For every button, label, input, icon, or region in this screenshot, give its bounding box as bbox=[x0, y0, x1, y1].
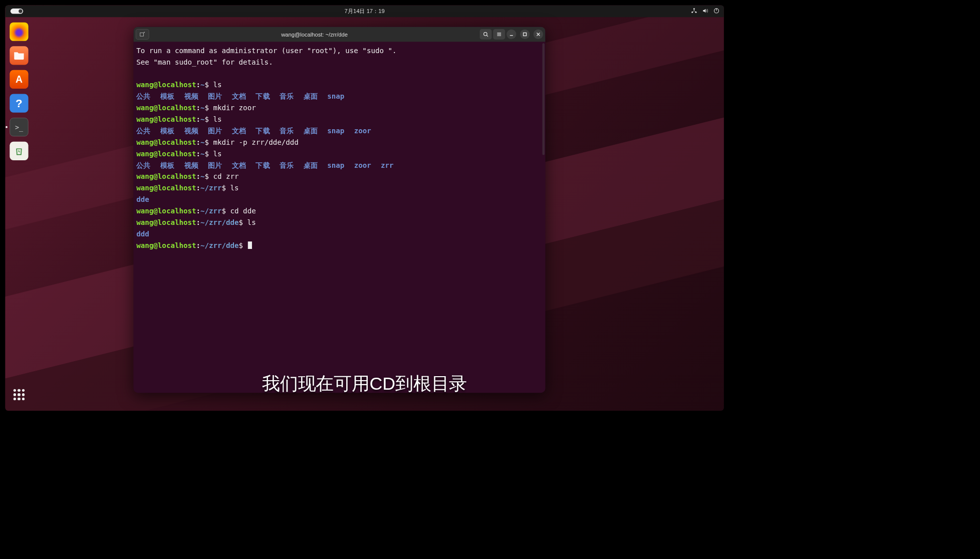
prompt-line: wang@localhost:~/zrr/dde$ ls bbox=[136, 217, 542, 228]
ls-output: 公共模板视频图片文档下载音乐桌面snapzoorzrr bbox=[136, 159, 542, 171]
prompt-line: wang@localhost:~$ cd zrr bbox=[136, 171, 542, 182]
power-icon[interactable] bbox=[713, 8, 719, 15]
dock-app-terminal[interactable]: >_ bbox=[10, 118, 28, 136]
terminal-titlebar[interactable]: wang@localhost: ~/zrr/dde bbox=[133, 27, 545, 42]
desktop-frame: 7月14日 17：19 A ? >_ bbox=[5, 5, 723, 410]
prompt-line: wang@localhost:~/zrr/dde$ bbox=[136, 239, 542, 251]
status-icons[interactable] bbox=[691, 5, 719, 17]
dock-app-help[interactable]: ? bbox=[10, 94, 28, 112]
maximize-button[interactable] bbox=[520, 30, 530, 39]
ls-output: dde bbox=[136, 194, 542, 205]
dock-app-software[interactable]: A bbox=[10, 70, 28, 89]
prompt-line: wang@localhost:~$ ls bbox=[136, 114, 542, 125]
prompt-line: wang@localhost:~$ mkdir -p zrr/dde/ddd bbox=[136, 136, 542, 148]
terminal-title: wang@localhost: ~/zrr/dde bbox=[149, 31, 480, 38]
prompt-line: wang@localhost:~$ ls bbox=[136, 79, 542, 91]
menu-button[interactable] bbox=[493, 29, 505, 40]
video-subtitle: 我们现在可用CD到根目录 bbox=[5, 372, 723, 396]
prompt-line: wang@localhost:~/zrr$ cd dde bbox=[136, 205, 542, 217]
new-tab-button[interactable] bbox=[136, 29, 149, 40]
dock-app-trash[interactable] bbox=[10, 142, 28, 160]
dock-app-firefox[interactable] bbox=[10, 23, 28, 41]
dock-app-files[interactable] bbox=[10, 46, 28, 65]
svg-point-0 bbox=[693, 8, 695, 10]
prompt-line: wang@localhost:~$ mkdir zoor bbox=[136, 102, 542, 114]
ls-output: 公共模板视频图片文档下载音乐桌面snapzoor bbox=[136, 125, 542, 137]
motd-line: To run a command as administrator (user … bbox=[136, 45, 542, 56]
svg-rect-4 bbox=[140, 33, 144, 36]
terminal-body[interactable]: To run a command as administrator (user … bbox=[133, 42, 545, 254]
ls-output: ddd bbox=[136, 228, 542, 240]
dock: A ? >_ bbox=[5, 17, 33, 411]
cursor bbox=[248, 241, 252, 249]
close-button[interactable] bbox=[534, 30, 543, 39]
prompt-line: wang@localhost:~$ ls bbox=[136, 148, 542, 159]
search-button[interactable] bbox=[480, 29, 492, 40]
terminal-window: wang@localhost: ~/zrr/dde To run a comma… bbox=[133, 27, 545, 393]
motd-line: See "man sudo_root" for details. bbox=[136, 56, 542, 68]
clock[interactable]: 7月14日 17：19 bbox=[345, 8, 385, 15]
network-icon[interactable] bbox=[691, 8, 697, 15]
svg-point-5 bbox=[484, 33, 487, 36]
activities-pill[interactable] bbox=[11, 9, 23, 14]
top-bar: 7月14日 17：19 bbox=[5, 5, 723, 17]
ls-output: 公共模板视频图片文档下载音乐桌面snap bbox=[136, 91, 542, 102]
prompt-line: wang@localhost:~/zrr$ ls bbox=[136, 182, 542, 194]
minimize-button[interactable] bbox=[507, 30, 516, 39]
svg-rect-6 bbox=[524, 33, 527, 36]
volume-icon[interactable] bbox=[702, 8, 708, 15]
